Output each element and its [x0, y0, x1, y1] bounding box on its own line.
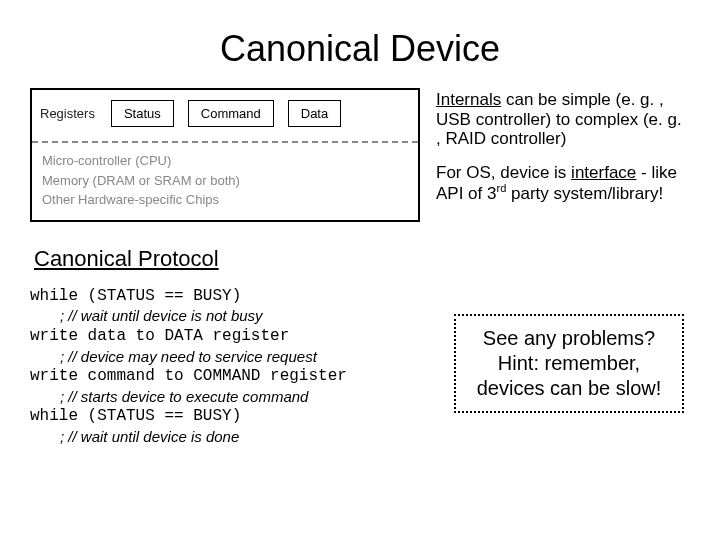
problems-callout: See any problems? Hint: remember, device… — [454, 314, 684, 413]
diagram-interface-row: Registers Status Command Data — [32, 90, 418, 143]
internals-line: Micro-controller (CPU) — [42, 151, 408, 171]
internals-line: Other Hardware-specific Chips — [42, 190, 408, 210]
slide-title: Canonical Device — [30, 28, 690, 70]
register-command: Command — [188, 100, 274, 127]
code-line: write data to DATA register — [30, 326, 430, 347]
note-interface-keyword: interface — [571, 163, 636, 182]
device-diagram-box: Registers Status Command Data Micro-cont… — [30, 88, 420, 222]
note-interface-e: party system/library! — [506, 184, 663, 203]
note-interface: For OS, device is interface - like API o… — [436, 163, 690, 204]
bottom-row: while (STATUS == BUSY) ; // wait until d… — [30, 286, 690, 447]
code-comment: ; // starts device to execute command — [30, 387, 430, 407]
diagram-internals: Micro-controller (CPU) Memory (DRAM or S… — [32, 143, 418, 220]
code-line: while (STATUS == BUSY) — [30, 286, 430, 307]
code-line: write command to COMMAND register — [30, 366, 430, 387]
note-interface-a: For OS, device is — [436, 163, 571, 182]
callout-line: devices can be slow! — [468, 376, 670, 401]
code-comment: ; // device may need to service request — [30, 347, 430, 367]
registers-label: Registers — [40, 106, 95, 121]
code-comment: ; // wait until device is not busy — [30, 306, 430, 326]
register-status: Status — [111, 100, 174, 127]
code-comment: ; // wait until device is done — [30, 427, 430, 447]
callout-line: Hint: remember, — [468, 351, 670, 376]
top-row: Registers Status Command Data Micro-cont… — [30, 88, 690, 222]
register-data: Data — [288, 100, 341, 127]
callout-wrap: See any problems? Hint: remember, device… — [454, 286, 690, 413]
note-internals-keyword: Internals — [436, 90, 501, 109]
callout-line: See any problems? — [468, 326, 670, 351]
note-internals: Internals can be simple (e. g. , USB con… — [436, 90, 690, 149]
protocol-heading: Canonical Protocol — [34, 246, 690, 272]
code-line: while (STATUS == BUSY) — [30, 406, 430, 427]
note-interface-sup: rd — [496, 182, 506, 194]
slide: Canonical Device Registers Status Comman… — [0, 0, 720, 467]
internals-line: Memory (DRAM or SRAM or both) — [42, 171, 408, 191]
notes-column: Internals can be simple (e. g. , USB con… — [436, 88, 690, 217]
device-diagram: Registers Status Command Data Micro-cont… — [30, 88, 420, 222]
protocol-code: while (STATUS == BUSY) ; // wait until d… — [30, 286, 430, 447]
